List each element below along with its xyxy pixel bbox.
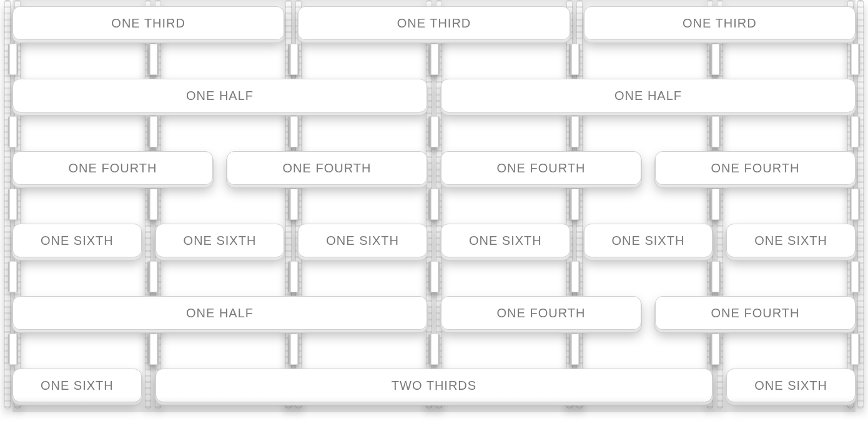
cell-label: ONE SIXTH (754, 234, 827, 248)
cell-label: ONE HALF (186, 306, 254, 320)
grid-cell-one-fourth: ONE FOURTH (441, 151, 641, 185)
grid-cell-one-sixth: ONE SIXTH (584, 224, 713, 257)
grid-cell-one-third: ONE THIRD (584, 6, 856, 40)
grid-row: ONE HALF ONE FOURTH ONE FOURTH (12, 296, 856, 330)
cell-label: ONE HALF (614, 89, 682, 103)
grid-cell-one-fourth: ONE FOURTH (655, 296, 856, 330)
cell-label: ONE FOURTH (497, 161, 586, 176)
grid-row: ONE SIXTH ONE SIXTH ONE SIXTH ONE SIXTH … (12, 224, 856, 257)
grid-cell-one-sixth: ONE SIXTH (155, 224, 285, 257)
grid-cell-one-sixth: ONE SIXTH (298, 224, 427, 257)
grid-cell-one-third: ONE THIRD (298, 6, 570, 40)
cell-label: ONE FOURTH (283, 161, 372, 176)
grid-cell-two-thirds: TWO THIRDS (155, 369, 713, 402)
cell-label: ONE THIRD (111, 16, 185, 31)
row-divider (12, 257, 856, 296)
cell-label: TWO THIRDS (392, 379, 476, 393)
grid-cell-one-fourth: ONE FOURTH (227, 151, 427, 185)
grid-cell-one-fourth: ONE FOURTH (441, 296, 641, 330)
column-dividers (12, 0, 856, 409)
cell-label: ONE SIXTH (754, 379, 827, 393)
cell-label: ONE SIXTH (41, 234, 114, 248)
cell-label: ONE FOURTH (497, 306, 586, 320)
cell-label: ONE SIXTH (41, 379, 114, 393)
grid-cell-one-sixth: ONE SIXTH (726, 369, 856, 402)
row-divider (12, 40, 856, 79)
cell-label: ONE FOURTH (711, 161, 800, 176)
cell-label: ONE THIRD (683, 16, 757, 31)
grid-cell-one-half: ONE HALF (12, 296, 427, 330)
cell-label: ONE THIRD (397, 16, 471, 31)
cell-label: ONE SIXTH (326, 234, 399, 248)
cell-label: ONE FOURTH (711, 306, 800, 320)
grid-demo: ONE THIRD ONE THIRD ONE THIRD ONE HALF O… (12, 6, 856, 402)
grid-row: ONE HALF ONE HALF (12, 79, 856, 112)
cell-label: ONE FOURTH (69, 161, 157, 176)
cell-label: ONE SIXTH (469, 234, 542, 248)
cell-label: ONE SIXTH (612, 234, 685, 248)
cell-label: ONE HALF (186, 89, 254, 103)
grid-cell-one-sixth: ONE SIXTH (12, 224, 142, 257)
grid-cell-one-sixth: ONE SIXTH (726, 224, 856, 257)
grid-cell-one-half: ONE HALF (12, 79, 427, 112)
grid-row: ONE FOURTH ONE FOURTH ONE FOURTH ONE FOU… (12, 151, 856, 185)
grid-cell-one-sixth: ONE SIXTH (441, 224, 570, 257)
row-divider (12, 185, 856, 224)
grid-row: ONE SIXTH TWO THIRDS ONE SIXTH (12, 369, 856, 402)
row-divider (12, 330, 856, 369)
grid-cell-one-fourth: ONE FOURTH (12, 151, 213, 185)
grid-cell-one-fourth: ONE FOURTH (655, 151, 856, 185)
grid-cell-one-sixth: ONE SIXTH (12, 369, 142, 402)
row-divider (12, 112, 856, 151)
grid-cell-one-third: ONE THIRD (12, 6, 284, 40)
cell-label: ONE SIXTH (184, 234, 257, 248)
grid-row: ONE THIRD ONE THIRD ONE THIRD (12, 6, 856, 40)
grid-cell-one-half: ONE HALF (441, 79, 856, 112)
